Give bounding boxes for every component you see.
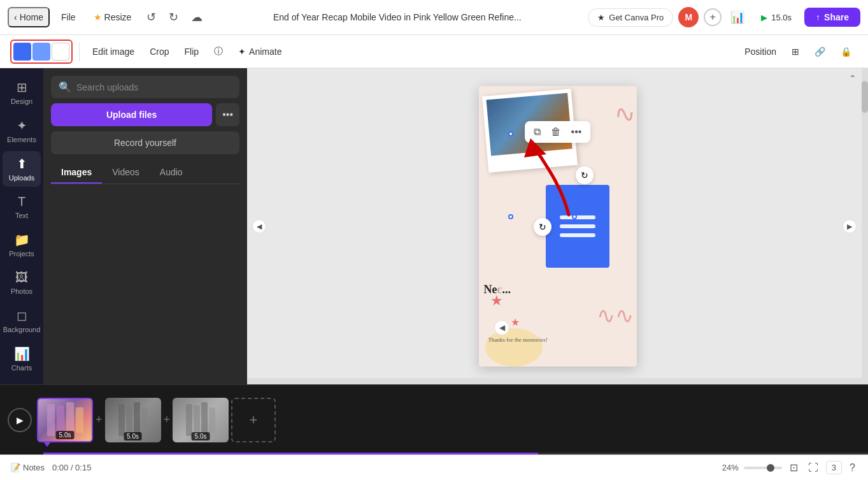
flip-button[interactable]: Flip [178,43,206,61]
uploads-icon: ⬆ [17,156,27,171]
canvas-scrollbar[interactable] [862,68,868,384]
timeline-clip-1[interactable]: 5.0s [37,398,93,442]
blue-document-wrapper[interactable]: ↻ ↻ [511,134,574,217]
link-button[interactable]: 🔗 [808,43,832,61]
selection-handle-bl[interactable] [508,214,513,219]
sidebar-item-label: Elements [7,136,36,143]
lock-button[interactable]: 🔒 [834,43,858,61]
file-button[interactable]: File [55,8,82,26]
canvas-horizontal-scrollbar[interactable] [247,378,862,384]
time-display: 0:00 / 0:15 [52,463,91,472]
play-button[interactable]: ▶ [8,408,32,432]
sidebar-item-projects[interactable]: 📁 Projects [3,227,41,263]
sidebar-item-text[interactable]: T Text [3,189,41,224]
home-label: Home [20,12,43,22]
more-icon: ••• [222,109,233,120]
color-swatch-white[interactable] [52,43,69,61]
selection-handle-br[interactable] [572,214,577,219]
add-between-2[interactable]: + [164,413,171,426]
background-icon: ◻ [17,308,27,323]
timeline-clip-2[interactable]: 5.0s [105,398,161,442]
right-scroll-arrow[interactable]: ▶ [843,219,857,233]
add-collaborator-button[interactable]: + [704,8,722,26]
analytics-button[interactable]: 📊 [727,6,748,28]
text-icon: T [18,194,25,209]
info-button[interactable]: ⓘ [208,42,229,61]
help-button[interactable]: ? [847,460,858,476]
sidebar-item-apps[interactable]: ⬡ Apps [3,379,41,384]
tab-videos[interactable]: Videos [102,162,150,184]
delete-button[interactable]: 🗑 [547,124,565,140]
get-canva-pro-button[interactable]: ★ Get Canva Pro [588,8,673,27]
collapse-panel-button[interactable]: ◀ [494,320,509,335]
fullscreen-button[interactable]: ⛶ [806,460,821,476]
color-swatch-blue-dark[interactable] [13,43,31,61]
zoom-slider[interactable] [744,467,782,469]
more-options-button[interactable]: ••• [567,124,586,140]
sidebar-item-uploads[interactable]: ⬆ Uploads [3,151,41,187]
search-input[interactable] [76,82,232,92]
search-box[interactable]: 🔍 [51,76,239,98]
play-icon: ▶ [17,415,24,425]
home-button[interactable]: ‹ Home [8,7,50,27]
position-button[interactable]: Position [738,43,783,61]
sidebar-icons: ⊞ Design ✦ Elements ⬆ Uploads T Text 📁 P… [0,68,43,384]
add-clip-button[interactable]: + [231,398,276,442]
crown-icon: ★ [94,12,102,22]
redo-button[interactable]: ↻ [165,6,182,28]
sidebar-item-background[interactable]: ◻ Background [3,303,41,338]
present-time-label: 15.0s [771,13,792,22]
toolbar-right: Position ⊞ 🔗 🔒 [738,43,858,61]
fit-to-screen-button[interactable]: ⊡ [787,459,800,476]
grid-button[interactable]: ⊞ [785,43,806,61]
edit-image-button[interactable]: Edit image [86,43,141,61]
design-icon: ⊞ [17,80,27,95]
rotate-handle-bottom[interactable]: ↻ [534,218,551,236]
elements-icon: ✦ [17,118,27,133]
sidebar-item-charts[interactable]: 📊 Charts [3,341,41,377]
share-button[interactable]: ↑ Share [804,8,860,27]
cloud-save-button[interactable]: ☁ [187,6,206,28]
timeline-progress-bar[interactable] [43,453,868,455]
tab-images[interactable]: Images [51,162,102,184]
upload-more-button[interactable]: ••• [216,103,239,126]
scrollbar-thumb[interactable] [862,81,868,113]
tab-audio[interactable]: Audio [150,162,193,184]
projects-icon: 📁 [14,232,30,247]
duplicate-button[interactable]: ⧉ [530,124,544,140]
notes-button[interactable]: 📝 Notes [10,463,45,472]
rotate-handle[interactable]: ↻ [576,166,594,184]
sidebar-item-label: Photos [11,287,32,295]
sidebar-item-design[interactable]: ⊞ Design [3,75,41,110]
resize-button[interactable]: ★ Resize [87,9,138,25]
search-icon: 🔍 [59,81,71,93]
crop-button[interactable]: Crop [143,43,175,61]
present-button[interactable]: ▶ 15.0s [753,10,799,25]
animate-icon: ✦ [238,47,246,57]
left-scroll-arrow[interactable]: ◀ [252,219,266,233]
expand-icon[interactable]: ⌃ [849,73,857,84]
link-icon: 🔗 [815,47,825,57]
uploads-panel: 🔍 Upload files ••• Record yourself Image… [43,68,247,384]
upload-files-label: Upload files [106,110,157,120]
color-swatch-blue-mid[interactable] [32,43,50,61]
doc-line-1 [560,215,595,219]
sidebar-item-elements[interactable]: ✦ Elements [3,113,41,149]
clip-3-label: 5.0s [192,432,210,440]
record-yourself-button[interactable]: Record yourself [51,131,239,154]
decoration-squiggle-bottom-right: ∿∿ [597,303,634,328]
topbar: ‹ Home File ★ Resize ↺ ↻ ☁ End of Year R… [0,0,868,35]
info-icon: ⓘ [214,46,223,57]
yellow-blob [485,328,543,367]
selection-handle-tl[interactable] [508,131,513,136]
star-decoration-2: ★ [511,316,520,328]
upload-files-button[interactable]: Upload files [51,103,212,126]
timeline-clip-3[interactable]: 5.0s [173,398,229,442]
animate-button[interactable]: ✦ Animate [232,43,288,61]
undo-button[interactable]: ↺ [143,6,160,28]
sidebar-item-photos[interactable]: 🖼 Photos [3,265,41,300]
add-between-1[interactable]: + [96,413,103,426]
avatar[interactable]: M [678,7,699,27]
page-number[interactable]: 3 [826,461,842,474]
zoom-thumb[interactable] [767,464,774,472]
